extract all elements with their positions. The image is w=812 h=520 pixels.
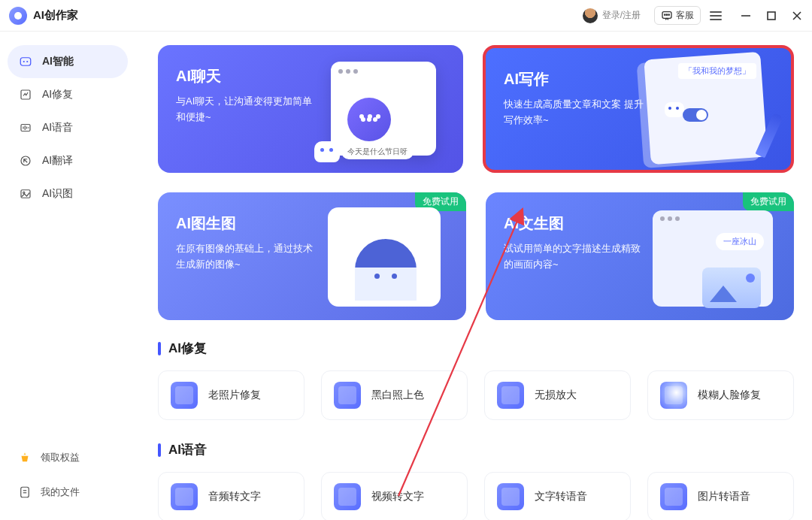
tool-label: 音频转文字 <box>208 490 261 503</box>
customer-service-button[interactable]: 客服 <box>654 6 701 25</box>
tool-face-deblur[interactable]: 模糊人脸修复 <box>647 370 794 420</box>
app-title: AI创作家 <box>33 8 78 23</box>
svg-point-2 <box>666 14 667 15</box>
video-to-text-icon <box>334 483 361 510</box>
section-header-audio: AI语音 <box>158 441 794 458</box>
content-area: AI聊天 与AI聊天，让沟通变得更加简单和便捷~ 今天是什么节日呀 AI写作 快… <box>135 32 812 520</box>
svg-point-10 <box>26 61 28 62</box>
txtimg-illustration: 一座冰山 <box>627 200 785 320</box>
sidebar-claim-reward[interactable]: 领取权益 <box>8 443 128 472</box>
tool-label: 视频转文字 <box>371 490 424 503</box>
card-ai-txt2img[interactable]: 免费试用 AI文生图 试试用简单的文字描述生成精致的画面内容~ 一座冰山 <box>486 192 794 320</box>
reward-label: 领取权益 <box>41 451 80 464</box>
files-label: 我的文件 <box>41 485 80 499</box>
tool-label: 文字转语音 <box>535 490 587 503</box>
sidebar-item-label: AI翻译 <box>42 154 73 168</box>
chat-bubble-icon <box>661 10 673 22</box>
section-bar-icon <box>158 342 161 355</box>
card-desc: 试试用简单的文字描述生成精致的画面内容~ <box>504 241 647 273</box>
audio-icon <box>18 120 33 135</box>
sidebar-item-label: AI语音 <box>42 121 73 135</box>
file-icon <box>18 485 32 499</box>
window-controls <box>740 10 803 22</box>
tool-label: 模糊人脸修复 <box>698 388 761 402</box>
close-button[interactable] <box>791 10 803 22</box>
card-ai-write[interactable]: AI写作 快速生成高质量文章和文案 提升写作效率~ 「我和我的梦想」 <box>483 45 794 173</box>
image-icon <box>18 186 33 201</box>
card-ai-chat[interactable]: AI聊天 与AI聊天，让沟通变得更加简单和便捷~ 今天是什么节日呀 <box>158 45 463 173</box>
customer-service-label: 客服 <box>676 9 694 22</box>
avatar-icon[interactable] <box>583 8 598 23</box>
chat-illustration: 今天是什么节日呀 <box>314 62 450 167</box>
section-title: AI修复 <box>168 340 207 357</box>
svg-rect-8 <box>20 58 31 66</box>
colorize-icon <box>334 382 361 409</box>
audio-to-text-icon <box>171 483 198 510</box>
card-desc: 在原有图像的基础上，通过技术生成新的图像~ <box>176 241 319 273</box>
sidebar-item-label: AI识图 <box>42 187 73 201</box>
paper-label: 「我和我的梦想」 <box>678 63 756 79</box>
svg-rect-5 <box>768 12 775 20</box>
tool-label: 无损放大 <box>535 388 577 402</box>
tool-label: 老照片修复 <box>208 388 261 402</box>
tool-label: 图片转语音 <box>698 490 750 503</box>
sidebar: AI智能 AI修复 AI语音 AI翻译 AI识图 领取权益 我的文件 <box>0 32 135 520</box>
tool-video-to-text[interactable]: 视频转文字 <box>321 472 468 520</box>
write-illustration: 「我和我的梦想」 <box>626 50 783 170</box>
sidebar-item-ai-image-recognition[interactable]: AI识图 <box>8 177 128 210</box>
sidebar-item-ai-repair[interactable]: AI修复 <box>8 78 128 111</box>
section-bar-icon <box>158 443 161 457</box>
text-to-speech-icon <box>497 483 524 510</box>
imggen-illustration <box>311 200 454 320</box>
sidebar-item-label: AI修复 <box>42 88 73 101</box>
prompt-pill: 一座冰山 <box>716 233 764 250</box>
svg-point-3 <box>668 14 669 15</box>
tool-text-to-speech[interactable]: 文字转语音 <box>484 472 631 520</box>
sidebar-my-files[interactable]: 我的文件 <box>8 478 128 506</box>
svg-rect-16 <box>21 487 29 497</box>
sidebar-item-ai-translate[interactable]: AI翻译 <box>8 144 128 177</box>
tool-colorize[interactable]: 黑白照上色 <box>321 370 468 420</box>
gift-icon <box>18 451 32 464</box>
card-desc: 与AI聊天，让沟通变得更加简单和便捷~ <box>176 94 319 125</box>
section-header-repair: AI修复 <box>158 340 794 357</box>
tool-upscale[interactable]: 无损放大 <box>484 370 631 420</box>
section-title: AI语音 <box>168 441 207 458</box>
chat-tag: 今天是什么节日呀 <box>341 144 414 159</box>
repair-icon <box>18 87 33 102</box>
svg-point-1 <box>665 14 665 15</box>
tool-old-photo-repair[interactable]: 老照片修复 <box>158 370 304 420</box>
sidebar-item-label: AI智能 <box>42 55 74 68</box>
sidebar-item-ai-audio[interactable]: AI语音 <box>8 111 128 144</box>
login-link[interactable]: 登录/注册 <box>602 9 641 22</box>
maximize-button[interactable] <box>765 10 777 22</box>
app-logo-icon <box>9 7 27 25</box>
face-deblur-icon <box>660 382 687 409</box>
photo-repair-icon <box>171 382 198 409</box>
upscale-icon <box>497 382 524 409</box>
titlebar: AI创作家 登录/注册 客服 <box>0 0 812 32</box>
tool-audio-to-text[interactable]: 音频转文字 <box>158 472 304 520</box>
translate-icon <box>18 153 33 168</box>
sidebar-item-ai-smart[interactable]: AI智能 <box>8 45 128 78</box>
menu-icon[interactable] <box>710 11 722 20</box>
minimize-button[interactable] <box>740 10 752 22</box>
sparkle-icon <box>18 54 33 69</box>
tool-image-to-speech[interactable]: 图片转语音 <box>647 472 794 520</box>
card-ai-img2img[interactable]: 免费试用 AI图生图 在原有图像的基础上，通过技术生成新的图像~ <box>158 192 466 320</box>
svg-point-9 <box>23 61 25 62</box>
image-to-speech-icon <box>660 483 687 510</box>
tool-label: 黑白照上色 <box>371 388 424 402</box>
